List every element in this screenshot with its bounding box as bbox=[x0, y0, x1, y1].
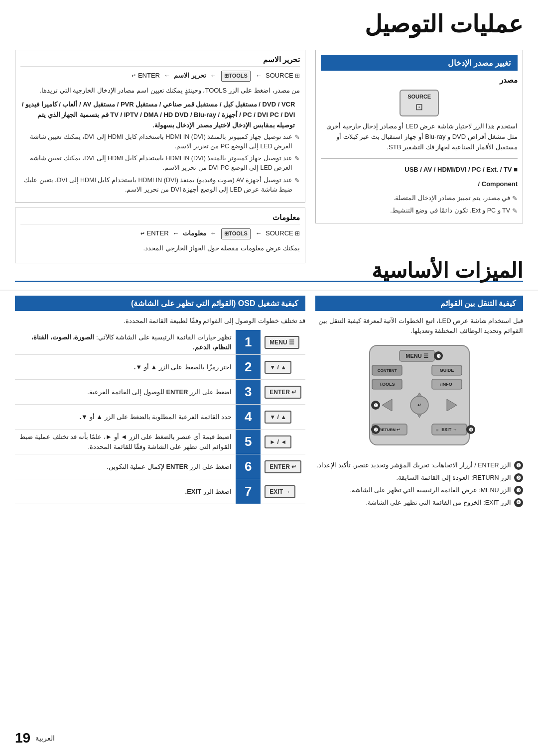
anno-text-2: الزر RETURN: العودة إلى القائمة السابقة. bbox=[397, 473, 511, 483]
right-col-bottom: كيفية التنقل بين القوائم قبل استخدام شاش… bbox=[315, 296, 523, 511]
left-col-bottom: كيفية تشغيل OSD (القوائم التي تظهر على ا… bbox=[15, 296, 305, 511]
pencil-icon-2: ✎ bbox=[294, 155, 300, 162]
svg-text:CONTENT: CONTENT bbox=[377, 368, 397, 373]
svg-text:MENU ☰: MENU ☰ bbox=[405, 353, 428, 359]
annotations-list: ❶ الزر ENTER / أزرار الاتجاهات: تحريك ال… bbox=[315, 461, 523, 507]
step-3-btn: ENTER ↵ bbox=[261, 380, 305, 405]
remote-svg: MENU ☰ ❸ CONTENT GUIDE TOOLS ⊞ INFO ℹ bbox=[355, 340, 484, 455]
page-container: عمليات التوصيل تحرير الاسم ⊞ SOURCE ← TO… bbox=[0, 0, 538, 756]
svg-text:⊞: ⊞ bbox=[381, 383, 383, 386]
rename-note2-text: عند توصيل جهاز كمبيوتر بالمنفذ HDMI IN (… bbox=[20, 154, 292, 173]
source-subtitle: مصدر bbox=[321, 76, 518, 85]
annotation-item-1: ❶ الزر ENTER / أزرار الاتجاهات: تحريك ال… bbox=[315, 461, 523, 470]
osd-header: كيفية تشغيل OSD (القوائم التي تظهر على ا… bbox=[15, 296, 305, 311]
pencil-icon-1: ✎ bbox=[294, 133, 300, 141]
annotation-item-4: ❹ الزر EXIT: الخروج من القائمة التي تظهر… bbox=[315, 498, 523, 508]
anno-num-3: ❸ bbox=[514, 486, 523, 495]
rename-note3-text: عند توصيل أجهزة AV (صوت وفيديو) بمنفذ HD… bbox=[20, 176, 292, 195]
info-command: ⊞ SOURCE ← TOOLS⊞ ← معلومات ← ENTER ↵ bbox=[20, 228, 300, 239]
info-header: معلومات bbox=[20, 213, 300, 224]
osd-steps-body: MENU ☰ 1 تظهر خيارات القائمة الرئيسية عل… bbox=[15, 330, 305, 504]
rename-command: ⊞ SOURCE ← TOOLS⊞ ← تحرير الاسم ← ENTER … bbox=[20, 71, 300, 82]
pencil-icon-3: ✎ bbox=[294, 177, 300, 184]
svg-text:❸: ❸ bbox=[436, 353, 440, 359]
step-6-num: 6 bbox=[236, 454, 261, 479]
page-number: 19 bbox=[15, 730, 30, 746]
step-3-desc: اضغط على الزر ENTER للوصول إلى القائمة ا… bbox=[15, 380, 236, 405]
right-col-top: تغيير مصدر الإدخال مصدر SOURCE ⊡ استخدم … bbox=[315, 10, 523, 268]
anno-num-2: ❷ bbox=[514, 473, 523, 482]
source-label: SOURCE bbox=[407, 94, 431, 100]
anno-num-1: ❶ bbox=[514, 461, 523, 470]
rename-main-text: من مصدر، اضغط على الزر TOOLS، وحينئذٍ يم… bbox=[20, 86, 300, 96]
menu-btn-box: MENU ☰ bbox=[265, 336, 299, 349]
step-7-desc: اضغط الزر EXIT. bbox=[15, 479, 236, 504]
enter-btn-box-2: ENTER ↵ bbox=[265, 460, 301, 473]
bullet-item-devices: DVD / VCR / مستقبل كبل / مستقبل قمر صناع… bbox=[20, 100, 295, 130]
svg-text:RETURN ↩: RETURN ↩ bbox=[379, 428, 400, 432]
annotation-item-2: ❷ الزر RETURN: العودة إلى القائمة السابق… bbox=[315, 473, 523, 483]
lr-btn-box: ► / ◄ bbox=[265, 435, 291, 448]
table-row: ENTER ↵ 3 اضغط على الزر ENTER للوصول إلى… bbox=[15, 380, 305, 405]
svg-text:❶: ❶ bbox=[373, 403, 378, 408]
top-section: تحرير الاسم ⊞ SOURCE ← TOOLS⊞ ← تحرير ال… bbox=[0, 0, 538, 273]
step-5-btn: ► / ◄ bbox=[261, 430, 305, 454]
step-5-desc: اضبط قيمة أي عنصر بالضغط على الزر ◄ أو ►… bbox=[15, 430, 236, 454]
source-note2: ✎ TV و PC و Ext. تكون دائمًا في وضع التن… bbox=[321, 206, 518, 216]
step-6-btn: ENTER ↵ bbox=[261, 454, 305, 479]
svg-text:INFO: INFO bbox=[441, 382, 452, 387]
anno-text-3: الزر MENU: عرض القائمة الرئيسية التي تظه… bbox=[350, 486, 511, 495]
info-section: معلومات ⊞ SOURCE ← TOOLS⊞ ← معلومات ← EN… bbox=[15, 208, 305, 263]
step-4-desc: حدد القائمة الفرعية المطلوبة بالضغط على … bbox=[15, 405, 236, 430]
nav-header: كيفية التنقل بين القوائم bbox=[315, 296, 523, 311]
source-remote-visual: SOURCE ⊡ bbox=[400, 90, 439, 116]
updown-btn-box-2: ▼ / ▲ bbox=[265, 411, 291, 424]
pencil-icon-5: ✎ bbox=[512, 207, 518, 215]
source-change-box: تغيير مصدر الإدخال مصدر SOURCE ⊡ استخدم … bbox=[315, 50, 523, 223]
svg-text:EXIT →: EXIT → bbox=[441, 427, 457, 432]
info-description: يمكنك عرض معلومات مفصلة حول الجهاز الخار… bbox=[20, 243, 300, 254]
source-diagram: SOURCE ⊡ bbox=[321, 90, 518, 116]
step-7-btn: EXIT → bbox=[261, 479, 305, 504]
step-1-num: 1 bbox=[236, 330, 261, 355]
divider-1 bbox=[321, 158, 518, 159]
rename-section: تحرير الاسم ⊞ SOURCE ← TOOLS⊞ ← تحرير ال… bbox=[15, 50, 305, 203]
exit-btn-box: EXIT → bbox=[265, 485, 295, 498]
tools-icon-box-2: TOOLS⊞ bbox=[221, 228, 251, 239]
rename-header: تحرير الاسم bbox=[20, 55, 300, 67]
remote-diagram: MENU ☰ ❸ CONTENT GUIDE TOOLS ⊞ INFO ℹ bbox=[315, 340, 523, 455]
svg-text:⊞: ⊞ bbox=[436, 429, 438, 432]
bottom-title-area: الميزات الأساسية bbox=[15, 281, 523, 282]
source-note1: ✎ في مصدر، يتم تمييز مصادر الإدخال المتص… bbox=[321, 194, 518, 203]
anno-text-4: الزر EXIT: الخروج من القائمة التي تظهر ع… bbox=[366, 498, 511, 508]
step-5-num: 5 bbox=[236, 430, 261, 454]
usb-line: ■ USB / AV / HDMI/DVI / PC / Ext. / TV bbox=[321, 165, 518, 175]
anno-num-4: ❹ bbox=[514, 498, 523, 507]
step-2-num: 2 bbox=[236, 355, 261, 380]
step-2-desc: اختر رمزًا بالضغط على الزر ▲ أو ▼. bbox=[15, 355, 236, 380]
step-4-num: 4 bbox=[236, 405, 261, 430]
bottom-section: كيفية تشغيل OSD (القوائم التي تظهر على ا… bbox=[0, 290, 538, 521]
nav-intro: قبل استخدام شاشة عرض LED، اتبع الخطوات ا… bbox=[315, 316, 523, 337]
rename-note1: ✎ عند توصيل جهاز كمبيوتر بالمنفذ HDMI IN… bbox=[20, 132, 300, 151]
source-description: استخدم هذا الزر لاختيار شاشة عرض LED أو … bbox=[321, 121, 518, 152]
table-row: ENTER ↵ 6 اضغط على الزر ENTER لإكمال عمل… bbox=[15, 454, 305, 479]
svg-text:GUIDE: GUIDE bbox=[439, 368, 454, 373]
rename-bullet-list: DVD / VCR / مستقبل كبل / مستقبل قمر صناع… bbox=[20, 100, 300, 130]
table-row: ▼ / ▲ 2 اختر رمزًا بالضغط على الزر ▲ أو … bbox=[15, 355, 305, 380]
table-row: ► / ◄ 5 اضبط قيمة أي عنصر بالضغط على الز… bbox=[15, 430, 305, 454]
step-1-desc: تظهر خيارات القائمة الرئيسية على الشاشة … bbox=[15, 330, 236, 355]
page-language: العربية bbox=[35, 734, 55, 742]
table-row: MENU ☰ 1 تظهر خيارات القائمة الرئيسية عل… bbox=[15, 330, 305, 355]
source-change-header: تغيير مصدر الإدخال bbox=[321, 55, 518, 71]
osd-intro: قد تختلف خطوات الوصول إلى القوائم وفقًا … bbox=[15, 316, 305, 326]
svg-text:❹: ❹ bbox=[468, 427, 473, 432]
table-row: EXIT → 7 اضغط الزر EXIT. bbox=[15, 479, 305, 504]
source-icon-2: ⊞ bbox=[295, 230, 300, 237]
table-row: ▼ / ▲ 4 حدد القائمة الفرعية المطلوبة بال… bbox=[15, 405, 305, 430]
anno-text-1: الزر ENTER / أزرار الاتجاهات: تحريك المؤ… bbox=[317, 461, 511, 470]
source-note1-text: في مصدر، يتم تمييز مصادر الإدخال المتصلة… bbox=[394, 194, 510, 203]
rename-note1-text: عند توصيل جهاز كمبيوتر بالمنفذ HDMI IN (… bbox=[20, 132, 292, 151]
step-1-btn: MENU ☰ bbox=[261, 330, 305, 355]
enter-btn-box-1: ENTER ↵ bbox=[265, 386, 301, 399]
